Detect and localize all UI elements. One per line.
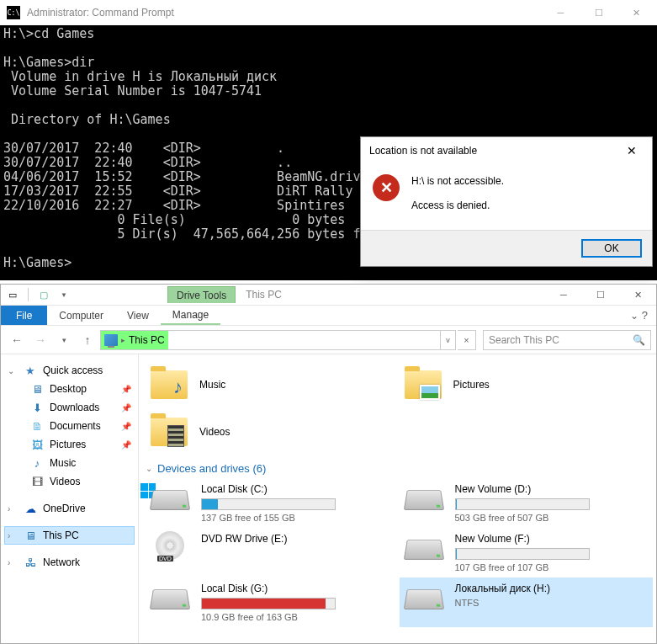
chevron-down-icon[interactable]: ⌄ bbox=[8, 366, 18, 375]
explorer-window: ▭ ▢ ▼ Drive Tools This PC ─ ☐ ✕ File Com… bbox=[0, 284, 657, 644]
music-icon: ♪ bbox=[29, 456, 45, 470]
search-icon: 🔍 bbox=[633, 334, 645, 346]
sidebar-item-downloads[interactable]: ⬇ Downloads 📌 bbox=[4, 398, 135, 417]
drive-icon bbox=[149, 583, 191, 609]
dialog-message-2: Access is denied. bbox=[411, 199, 504, 213]
navigation-pane: ⌄ ★ Quick access 🖥 Desktop 📌 ⬇ Downloads… bbox=[1, 354, 139, 643]
sidebar-item-documents[interactable]: 🗎 Documents 📌 bbox=[4, 417, 135, 435]
close-icon[interactable]: ✕ bbox=[613, 139, 650, 162]
sidebar-item-desktop[interactable]: 🖥 Desktop 📌 bbox=[4, 380, 135, 398]
sidebar-item-quick-access[interactable]: ⌄ ★ Quick access bbox=[4, 361, 135, 380]
forward-button[interactable]: → bbox=[29, 329, 51, 351]
navigation-bar: ← → ▾ ↑ ▸ This PC v × Search This PC 🔍 bbox=[1, 326, 656, 354]
pin-icon: 📌 bbox=[121, 385, 131, 394]
folder-videos[interactable]: Videos bbox=[146, 408, 400, 455]
view-tab[interactable]: View bbox=[115, 306, 161, 325]
drive-h[interactable]: Локальный диск (H:) NTFS bbox=[400, 577, 654, 627]
content-pane[interactable]: ♪ Music Pictures Videos ⌄ Devices and dr… bbox=[139, 354, 656, 643]
sidebar-item-this-pc[interactable]: › 🖥 This PC bbox=[4, 526, 135, 545]
up-button[interactable]: ↑ bbox=[77, 329, 98, 351]
drive-icon bbox=[403, 483, 445, 510]
address-dropdown-icon[interactable]: v bbox=[440, 331, 455, 349]
maximize-button[interactable]: ☐ bbox=[580, 1, 617, 24]
capacity-bar bbox=[201, 598, 336, 609]
recent-dropdown-icon[interactable]: ▾ bbox=[53, 329, 75, 351]
dialog-titlebar[interactable]: Location is not available ✕ bbox=[361, 137, 652, 164]
folder-music[interactable]: ♪ Music bbox=[146, 361, 400, 408]
drive-c[interactable]: Local Disk (C:) 137 GB free of 155 GB bbox=[146, 478, 400, 528]
capacity-bar bbox=[455, 548, 590, 560]
chevron-right-icon[interactable]: › bbox=[8, 558, 18, 567]
downloads-icon: ⬇ bbox=[29, 401, 45, 414]
drive-f[interactable]: New Volume (F:) 107 GB free of 107 GB bbox=[400, 528, 654, 577]
drive-icon bbox=[403, 533, 445, 560]
ok-button[interactable]: OK bbox=[581, 239, 642, 258]
music-folder-icon: ♪ bbox=[149, 368, 189, 402]
sidebar-item-music[interactable]: ♪ Music bbox=[4, 454, 135, 472]
manage-tab[interactable]: Manage bbox=[161, 306, 220, 325]
ribbon-tabs: File Computer View Manage ⌄ ? bbox=[1, 306, 656, 326]
desktop-icon: 🖥 bbox=[29, 382, 45, 396]
refresh-button[interactable]: × bbox=[458, 330, 476, 350]
drive-icon bbox=[403, 583, 445, 609]
error-dialog: Location is not available ✕ H:\ is not a… bbox=[360, 136, 653, 267]
this-pc-icon bbox=[104, 334, 118, 346]
cmd-titlebar[interactable]: C:\ Administrator: Command Prompt ─ ☐ ✕ bbox=[0, 0, 657, 25]
maximize-button[interactable]: ☐ bbox=[582, 285, 619, 305]
network-icon: 🖧 bbox=[23, 556, 38, 569]
folder-pictures[interactable]: Pictures bbox=[400, 361, 654, 408]
address-text: This PC bbox=[129, 334, 165, 346]
close-button[interactable]: ✕ bbox=[619, 285, 656, 305]
capacity-bar bbox=[201, 498, 336, 510]
star-icon: ★ bbox=[23, 364, 38, 377]
ribbon-toggle-icon[interactable]: ⌄ ? bbox=[622, 306, 656, 325]
pictures-icon: 🖼 bbox=[29, 438, 45, 451]
file-tab[interactable]: File bbox=[1, 306, 47, 325]
pin-icon: 📌 bbox=[121, 422, 131, 431]
address-bar[interactable]: ▸ This PC v bbox=[100, 330, 456, 350]
sidebar-item-videos[interactable]: 🎞 Videos bbox=[4, 472, 135, 491]
videos-icon: 🎞 bbox=[29, 475, 45, 488]
videos-folder-icon bbox=[149, 415, 189, 449]
error-icon bbox=[373, 174, 400, 201]
drive-d[interactable]: New Volume (D:) 503 GB free of 507 GB bbox=[400, 478, 654, 528]
onedrive-icon: ☁ bbox=[23, 502, 38, 515]
sidebar-item-network[interactable]: › 🖧 Network bbox=[4, 553, 135, 572]
close-button[interactable]: ✕ bbox=[617, 1, 655, 24]
chevron-right-icon[interactable]: › bbox=[8, 504, 18, 514]
devices-section-header[interactable]: ⌄ Devices and drives (6) bbox=[146, 459, 653, 478]
dialog-title: Location is not available bbox=[369, 145, 477, 157]
new-folder-icon[interactable]: ▢ bbox=[37, 289, 50, 301]
dialog-message-1: H:\ is not accessible. bbox=[411, 174, 504, 189]
pin-icon: 📌 bbox=[121, 403, 131, 412]
sidebar-item-onedrive[interactable]: › ☁ OneDrive bbox=[4, 499, 135, 518]
chevron-right-icon[interactable]: › bbox=[8, 531, 18, 540]
cmd-title: Administrator: Command Prompt bbox=[27, 7, 174, 19]
pictures-folder-icon bbox=[403, 368, 443, 402]
pin-icon: 📌 bbox=[121, 440, 131, 450]
explorer-titlebar[interactable]: ▭ ▢ ▼ Drive Tools This PC ─ ☐ ✕ bbox=[1, 285, 656, 306]
back-button[interactable]: ← bbox=[6, 329, 28, 351]
drive-tools-tab[interactable]: Drive Tools bbox=[167, 286, 236, 303]
drive-g[interactable]: Local Disk (G:) 10.9 GB free of 163 GB bbox=[146, 577, 400, 627]
dvd-drive-icon bbox=[149, 533, 191, 560]
qat-dropdown-icon[interactable]: ▼ bbox=[57, 289, 71, 301]
sidebar-item-pictures[interactable]: 🖼 Pictures 📌 bbox=[4, 435, 135, 454]
drive-e[interactable]: DVD RW Drive (E:) bbox=[146, 528, 400, 577]
properties-icon[interactable]: ▭ bbox=[6, 289, 19, 301]
computer-tab[interactable]: Computer bbox=[47, 306, 115, 325]
search-placeholder: Search This PC bbox=[489, 334, 559, 346]
capacity-bar bbox=[455, 498, 590, 510]
chevron-down-icon[interactable]: ⌄ bbox=[146, 464, 152, 473]
explorer-title: This PC bbox=[246, 289, 282, 301]
search-input[interactable]: Search This PC 🔍 bbox=[483, 330, 651, 350]
minimize-button[interactable]: ─ bbox=[542, 1, 580, 24]
cmd-icon: C:\ bbox=[7, 6, 20, 19]
this-pc-icon: 🖥 bbox=[23, 529, 38, 542]
drive-icon bbox=[149, 483, 191, 510]
documents-icon: 🗎 bbox=[29, 419, 45, 433]
minimize-button[interactable]: ─ bbox=[545, 285, 582, 305]
